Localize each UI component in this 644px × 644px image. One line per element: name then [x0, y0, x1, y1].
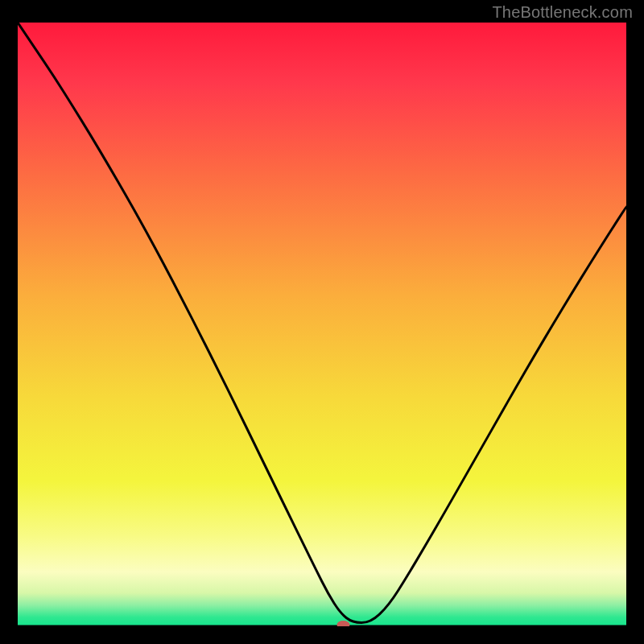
chart-frame: TheBottleneck.com	[0, 0, 644, 644]
watermark-text: TheBottleneck.com	[492, 3, 633, 22]
gradient-background	[18, 23, 626, 626]
bottleneck-chart	[18, 23, 626, 626]
